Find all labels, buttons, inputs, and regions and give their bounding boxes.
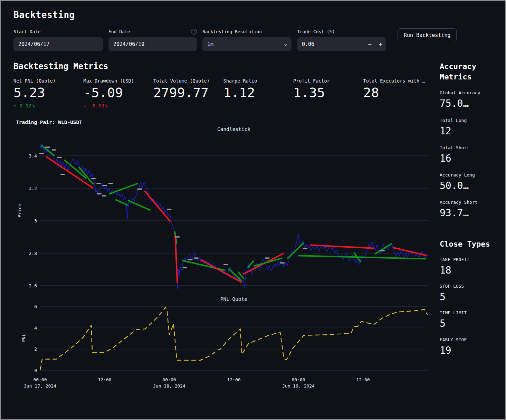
main-column: Backtesting Metrics Net PNL (Quote) 5.23…	[13, 61, 434, 391]
svg-text:3.4: 3.4	[29, 153, 37, 158]
svg-text:2.8: 2.8	[29, 250, 37, 256]
metric-label: Total Executors with …	[363, 78, 433, 84]
sidebar: Accuracy Metrics Global Accuracy 75.0… T…	[440, 61, 501, 391]
svg-text:12:00: 12:00	[227, 377, 240, 382]
svg-text:PNL: PNL	[21, 334, 26, 342]
trading-pair-label: Trading Pair: WLD-USDT	[16, 120, 82, 125]
chevron-down-icon: ⌄	[284, 41, 287, 45]
svg-text:12:00: 12:00	[98, 377, 111, 382]
close-type-take-profit: TAKE PROFIT 18	[440, 257, 501, 276]
chart-panel: Trading Pair: WLD-USDT 3.43.232.82.66420…	[13, 117, 434, 391]
svg-text:4: 4	[34, 325, 37, 331]
delta-up-arrow-icon: ↑	[13, 103, 17, 108]
metric-value: 1.12	[223, 86, 294, 100]
svg-text:Price: Price	[17, 204, 22, 217]
metric-value: 1.35	[293, 86, 363, 100]
backtest-config-form: Start Date End Date ? Backtesting Resolu…	[13, 28, 497, 51]
metric-total-executors: Total Executors with … 28	[363, 78, 433, 109]
svg-text:Jun 19, 2024: Jun 19, 2024	[282, 383, 315, 389]
trade-cost-field-group: Trade Cost (%) 0.06 − +	[297, 28, 386, 51]
metric-profit-factor: Profit Factor 1.35	[293, 78, 363, 109]
metric-value: 2799.77	[153, 86, 223, 100]
metric-net-pnl: Net PNL (Quote) 5.23 ↑ 0.52%	[13, 78, 84, 109]
svg-text:PNL Quote: PNL Quote	[220, 296, 248, 302]
resolution-label: Backtesting Resolution	[202, 29, 262, 34]
metric-value: 28	[363, 86, 433, 100]
side-metric-total-long: Total Long 12	[440, 118, 501, 137]
svg-text:Jun 17, 2024: Jun 17, 2024	[24, 383, 56, 389]
svg-text:3.2: 3.2	[29, 185, 37, 191]
accuracy-metrics-heading: Accuracy Metrics	[440, 61, 501, 82]
svg-text:3: 3	[34, 218, 37, 223]
metric-label: Sharpe Ratio	[223, 78, 294, 84]
backtesting-app: Backtesting Start Date End Date ? Backte…	[0, 0, 506, 420]
close-type-early-stop: EARLY STOP 19	[440, 337, 501, 356]
help-icon[interactable]: ?	[191, 29, 197, 35]
end-date-field-group: End Date ?	[108, 28, 197, 51]
close-type-time-limit: TIME LIMIT 5	[440, 310, 501, 329]
close-type-stop-loss: STOP LOSS 5	[440, 284, 501, 303]
start-date-field-group: Start Date	[13, 28, 103, 51]
decrement-button[interactable]: −	[364, 37, 375, 51]
end-date-input[interactable]	[108, 37, 197, 51]
metric-total-volume: Total Volume (Quote) 2799.77	[153, 78, 223, 109]
metric-sharpe-ratio: Sharpe Ratio 1.12	[223, 78, 294, 109]
svg-text:Candlestick: Candlestick	[217, 126, 250, 132]
svg-text:2: 2	[34, 346, 37, 352]
resolution-select[interactable]: 1m ⌄	[202, 37, 292, 51]
trade-cost-input[interactable]: 0.06 − +	[297, 37, 386, 51]
svg-text:0: 0	[34, 368, 37, 373]
trade-cost-label: Trade Cost (%)	[297, 29, 335, 34]
increment-button[interactable]: +	[375, 37, 386, 51]
trade-cost-value: 0.06	[302, 41, 364, 47]
side-metric-accuracy-short: Accuracy Short 93.7…	[440, 200, 501, 219]
start-date-input[interactable]	[13, 37, 103, 51]
metrics-row: Net PNL (Quote) 5.23 ↑ 0.52% Max Drawdow…	[13, 78, 434, 109]
metric-label: Max Drawdown (USD)	[84, 78, 154, 84]
svg-text:2.6: 2.6	[29, 283, 37, 288]
delta-down-arrow-icon: ↓	[84, 103, 87, 108]
metric-value: -5.09	[84, 86, 154, 100]
metric-label: Total Volume (Quote)	[153, 78, 223, 84]
resolution-selected-value: 1m	[207, 41, 213, 47]
svg-text:Jun 18, 2024: Jun 18, 2024	[153, 383, 185, 389]
svg-text:6: 6	[34, 304, 37, 309]
side-metric-total-short: Total Short 16	[440, 145, 501, 164]
start-date-label: Start Date	[13, 29, 40, 34]
svg-text:00:00: 00:00	[162, 377, 176, 382]
resolution-field-group: Backtesting Resolution 1m ⌄	[202, 28, 292, 51]
metric-value: 5.23	[13, 86, 84, 100]
metric-label: Net PNL (Quote)	[13, 78, 84, 84]
svg-text:00:00: 00:00	[292, 377, 305, 382]
end-date-label: End Date	[108, 29, 130, 34]
svg-text:12:00: 12:00	[356, 377, 370, 382]
run-backtesting-button[interactable]: Run Backtesting	[398, 28, 457, 42]
side-metric-accuracy-long: Accuracy Long 50.0…	[440, 172, 501, 191]
svg-text:00:00: 00:00	[33, 377, 47, 382]
metric-max-drawdown: Max Drawdown (USD) -5.09 ↓ -0.51%	[84, 78, 154, 109]
page-title: Backtesting	[13, 10, 497, 20]
close-types-heading: Close Types	[440, 239, 501, 249]
sidebar-divider	[440, 229, 485, 229]
metric-label: Profit Factor	[293, 78, 363, 84]
content-row: Backtesting Metrics Net PNL (Quote) 5.23…	[13, 61, 497, 391]
metric-delta: ↓ -0.51%	[84, 103, 154, 109]
metric-delta: ↑ 0.52%	[13, 103, 84, 109]
metrics-section-heading: Backtesting Metrics	[13, 61, 434, 71]
backtest-charts-canvas[interactable]: 3.43.232.82.66420CandlestickPNL QuotePri…	[13, 117, 434, 391]
side-metric-global-accuracy: Global Accuracy 75.0…	[440, 90, 501, 109]
